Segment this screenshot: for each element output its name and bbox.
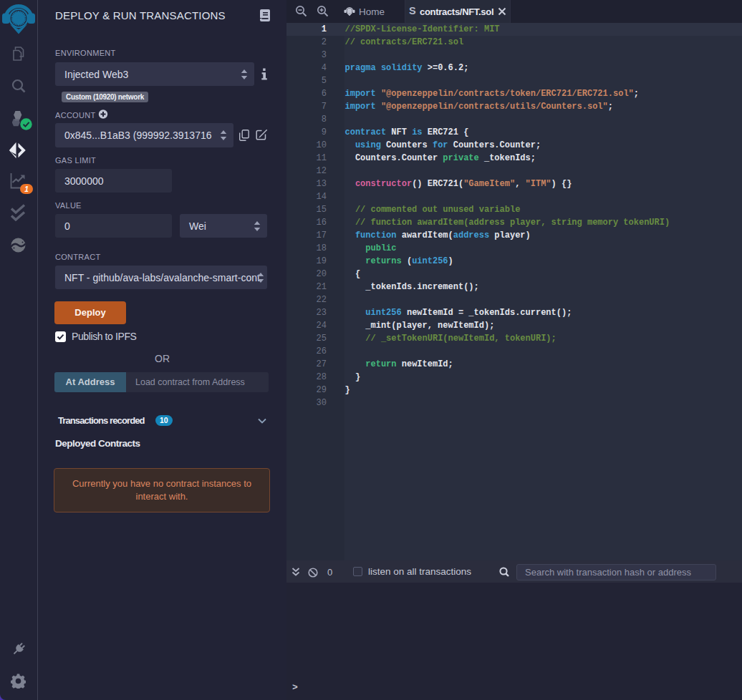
svg-text:1: 1 [24,185,29,193]
